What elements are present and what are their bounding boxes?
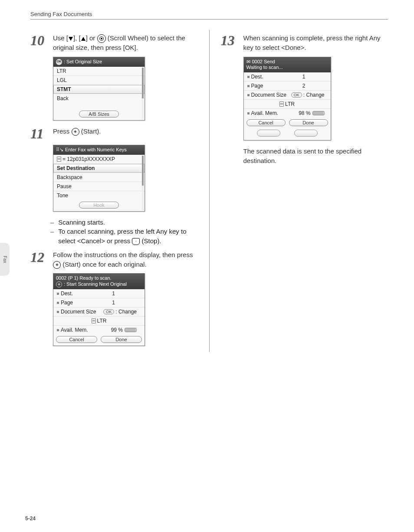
start-icon: ◈ (53, 261, 61, 269)
lcd-title-bar: ⠿↘ Enter Fax with Numeric Keys (53, 145, 145, 155)
stop-icon: ◦ (132, 238, 140, 245)
left-any-key[interactable] (257, 130, 280, 137)
side-tab: Fax (0, 243, 10, 276)
step-13: 13 When scanning is complete, press the … (221, 33, 388, 52)
status-row-page: Page2 (244, 81, 331, 90)
text-frag: Use [ (53, 34, 68, 42)
status-row-mem: Avail. Mem.99 % (53, 325, 145, 334)
scroll-wheel-icon (97, 34, 106, 43)
list-item[interactable]: Back (53, 94, 145, 103)
step-11-notes: Scanning starts. To cancel scanning, pre… (50, 218, 198, 246)
keypad-icon: ⠿↘ (56, 147, 63, 153)
text-frag: (Start) once for each original. (61, 261, 147, 268)
list-item[interactable]: Tone (53, 191, 145, 200)
list-item[interactable]: Pause (53, 182, 145, 191)
physical-buttons-row (244, 129, 331, 140)
list-item[interactable]: Backspace (53, 173, 145, 182)
softkey-ab-sizes[interactable]: A/B Sizes (79, 111, 119, 117)
ok-icon: OK (291, 92, 302, 98)
lcd-title: : Set Original Size (64, 59, 102, 65)
text-frag: ], [ (73, 34, 81, 42)
step-text: Press ◈ (Start). (53, 127, 198, 136)
status-row-dest: Dest.1 (244, 72, 331, 81)
lcd-enter-fax: ⠿↘ Enter Fax with Numeric Keys = 12p031p… (53, 145, 145, 212)
list-item[interactable]: LGL (53, 75, 145, 85)
status-row-ltr: LTR (53, 316, 145, 325)
status-row-dest: Dest.1 (53, 289, 145, 298)
status-row-ltr: LTR (244, 99, 331, 108)
lcd-title-bar: OK : Set Original Size (53, 57, 145, 67)
text-frag: To cancel scanning, press the left Any k… (58, 228, 186, 245)
fax-number-value: = 12p031pXXXXXXXP (53, 155, 145, 163)
page-header: Sending Fax Documents (30, 11, 388, 20)
step-text: Follow the instructions on the display, … (53, 250, 198, 269)
lcd-title-line1: 0002 (P 1) Ready to scan. (56, 275, 142, 281)
step-12: 12 Follow the instructions on the displa… (30, 250, 198, 269)
scrollbar[interactable] (142, 156, 144, 210)
page-icon (279, 101, 284, 107)
memory-meter-icon (125, 328, 137, 332)
right-column: 13 When scanning is complete, press the … (221, 30, 388, 352)
status-row-mem: Avail. Mem.98 % (244, 108, 331, 117)
status-row-docsize: Document SizeOK: Change (244, 90, 331, 99)
ok-icon: OK (56, 59, 62, 65)
text-frag: Follow the instructions on the display, … (53, 251, 193, 258)
text-frag: (Stop). (140, 237, 161, 245)
step-11: 11 Press ◈ (Start). (30, 127, 198, 140)
note-b: To cancel scanning, press the left Any k… (50, 227, 198, 246)
softkey-cancel[interactable]: Cancel (246, 119, 286, 126)
list-item-selected[interactable]: STMT (53, 85, 145, 94)
lcd-title-line2: Waiting to scan... (246, 65, 328, 71)
lcd-ready-to-scan: 0002 (P 1) Ready to scan. ◈ : Start Scan… (53, 273, 145, 346)
list-item-selected[interactable]: Set Destination (53, 163, 145, 173)
side-tab-label: Fax (3, 256, 7, 263)
start-icon: ◈ (72, 128, 79, 136)
softkey-cancel[interactable]: Cancel (56, 336, 97, 343)
step-10: 10 Use [], [] or (Scroll Wheel) to selec… (30, 33, 198, 52)
page-icon (92, 318, 96, 323)
start-icon: ◈ (56, 281, 62, 287)
column-divider (209, 30, 210, 352)
lcd-title-bar: ✉ 0002 Send Waiting to scan... (244, 57, 331, 73)
lcd-title: Enter Fax with Numeric Keys (65, 147, 127, 153)
lcd-title-line1: 0002 Send (252, 59, 275, 65)
lcd-title-line2: : Start Scanning Next Original (64, 281, 127, 287)
softkey-hook[interactable]: Hook (79, 202, 119, 209)
softkey-done[interactable]: Done (289, 119, 328, 126)
lcd-set-original-size: OK : Set Original Size LTR LGL STMT Back… (53, 57, 145, 121)
step-text: Use [], [] or (Scroll Wheel) to select t… (53, 33, 198, 52)
ok-icon: OK (103, 309, 114, 314)
lcd-send-waiting: ✉ 0002 Send Waiting to scan... Dest.1 Pa… (243, 57, 331, 141)
softkey-done[interactable]: Done (101, 336, 142, 343)
right-any-key[interactable] (294, 130, 318, 137)
step-number: 11 (30, 127, 53, 140)
status-row-page: Page1 (53, 298, 145, 307)
text-frag: (Start). (79, 127, 101, 135)
text-frag: ] or (86, 34, 97, 42)
scrollbar[interactable] (142, 68, 144, 119)
down-arrow-icon (69, 37, 73, 41)
text-frag: Press (53, 127, 72, 135)
up-arrow-icon (81, 37, 85, 41)
list-item[interactable]: LTR (53, 67, 145, 75)
step-text: When scanning is complete, press the rig… (243, 33, 388, 52)
send-icon: ✉ (246, 59, 250, 65)
memory-meter-icon (312, 111, 325, 115)
lcd-title-bar: 0002 (P 1) Ready to scan. ◈ : Start Scan… (53, 274, 145, 289)
step-number: 13 (221, 33, 243, 47)
note-a: Scanning starts. (50, 218, 198, 227)
step-number: 12 (30, 250, 53, 264)
fax-doc-icon (57, 157, 61, 162)
left-column: 10 Use [], [] or (Scroll Wheel) to selec… (30, 30, 198, 352)
step-13-follow: The scanned data is sent to the specifie… (243, 147, 388, 166)
page-number: 5-24 (25, 516, 36, 522)
step-number: 10 (30, 33, 53, 47)
status-row-docsize: Document SizeOK: Change (53, 307, 145, 316)
